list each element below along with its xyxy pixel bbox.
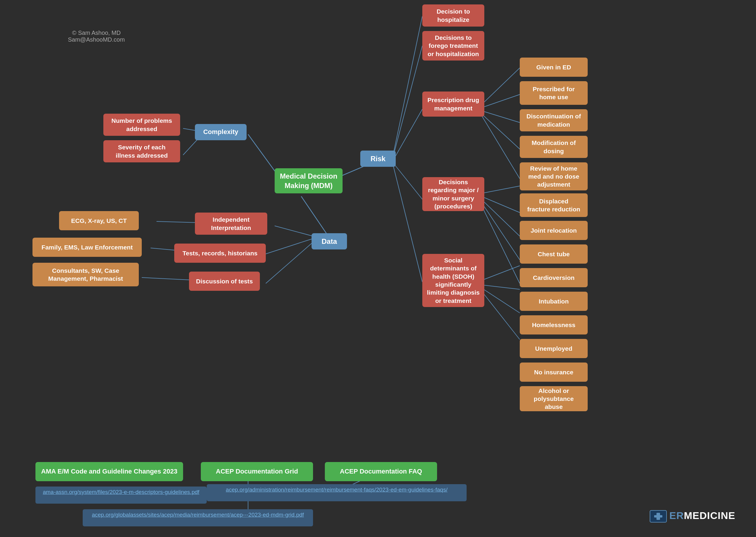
svg-line-10 bbox=[482, 68, 520, 105]
svg-line-15 bbox=[482, 186, 520, 193]
node-data: Data bbox=[312, 233, 347, 249]
node-decision-forego: Decisions to forego treatment or hospita… bbox=[422, 31, 484, 61]
node-unemployed: Unemployed bbox=[520, 339, 588, 358]
svg-line-18 bbox=[482, 202, 520, 260]
svg-line-19 bbox=[482, 205, 520, 283]
svg-line-26 bbox=[266, 242, 313, 283]
node-decision-hosp: Decision to hospitalize bbox=[422, 4, 484, 26]
svg-line-2 bbox=[301, 196, 329, 238]
svg-line-5 bbox=[393, 16, 422, 156]
node-prescription: Prescription drug management bbox=[422, 92, 484, 117]
acep-grid-url[interactable]: acep.org/globalassets/sites/acep/media/r… bbox=[83, 509, 313, 526]
node-cardioversion: Cardioversion bbox=[520, 268, 588, 287]
node-prescribed-home: Prescribed for home use bbox=[520, 81, 588, 105]
svg-line-20 bbox=[482, 266, 520, 280]
svg-line-11 bbox=[482, 95, 520, 108]
node-complexity: Complexity bbox=[195, 124, 247, 140]
svg-line-17 bbox=[482, 199, 520, 236]
node-review-home: Review of home med and no dose adjustmen… bbox=[520, 162, 588, 190]
svg-line-16 bbox=[482, 196, 520, 213]
node-ecg: ECG, X-ray, US, CT bbox=[59, 211, 139, 230]
node-sdoh: Social determinants of health (SDOH) sig… bbox=[422, 254, 484, 307]
node-displaced: Displaced fracture reduction bbox=[520, 193, 588, 217]
svg-line-6 bbox=[393, 46, 422, 158]
svg-line-7 bbox=[393, 109, 422, 161]
acep-grid-button[interactable]: ACEP Documentation Grid bbox=[201, 462, 313, 481]
node-discontinuation: Discontinuation of medication bbox=[520, 109, 588, 131]
node-modification: Modification of dosing bbox=[520, 136, 588, 158]
node-alcohol: Alcohol or polysubtance abuse bbox=[520, 386, 588, 411]
svg-rect-34 bbox=[654, 515, 662, 517]
acep-faq-button[interactable]: ACEP Documentation FAQ bbox=[325, 462, 437, 481]
node-num-problems: Number of problems addressed bbox=[104, 114, 180, 136]
svg-line-14 bbox=[482, 115, 520, 179]
node-risk: Risk bbox=[360, 150, 396, 167]
node-decisions-surgery: Decisions regarding major / minor surger… bbox=[422, 177, 484, 211]
node-joint: Joint relocation bbox=[520, 221, 588, 240]
copyright: © Sam Ashoo, MD Sam@AshooMD.com bbox=[68, 29, 125, 43]
svg-line-22 bbox=[482, 288, 520, 313]
node-severity: Severity of each illness addressed bbox=[104, 140, 180, 162]
node-independent: Independent Interpretation bbox=[195, 213, 267, 235]
svg-line-8 bbox=[393, 162, 422, 199]
node-no-insurance: No insurance bbox=[520, 362, 588, 382]
node-homelessness: Homelessness bbox=[520, 315, 588, 335]
ama-url[interactable]: ama-assn.org/system/files/2023-e-m-descr… bbox=[35, 486, 207, 504]
svg-line-21 bbox=[482, 285, 520, 289]
node-mdm: Medical Decision Making (MDM) bbox=[274, 168, 343, 193]
node-discussion: Discussion of tests bbox=[189, 271, 260, 291]
node-tests-records: Tests, records, historians bbox=[174, 244, 266, 263]
svg-line-25 bbox=[266, 238, 313, 254]
svg-line-9 bbox=[393, 164, 422, 282]
svg-line-13 bbox=[482, 114, 520, 149]
acep-faq-url[interactable]: acep.org/administration/reimbursement/re… bbox=[207, 484, 467, 501]
svg-line-24 bbox=[274, 226, 313, 236]
node-chest: Chest tube bbox=[520, 244, 588, 264]
svg-line-12 bbox=[482, 111, 520, 123]
logo: ER MEDICINE bbox=[650, 508, 735, 524]
node-intubation: Intubation bbox=[520, 292, 588, 311]
node-consultants: Consultants, SW, Case Management, Pharma… bbox=[32, 263, 139, 286]
ama-button[interactable]: AMA E/M Code and Guideline Changes 2023 bbox=[35, 462, 183, 481]
node-family: Family, EMS, Law Enforcement bbox=[32, 238, 142, 257]
node-given-ed: Given in ED bbox=[520, 58, 588, 77]
svg-line-23 bbox=[482, 291, 520, 340]
